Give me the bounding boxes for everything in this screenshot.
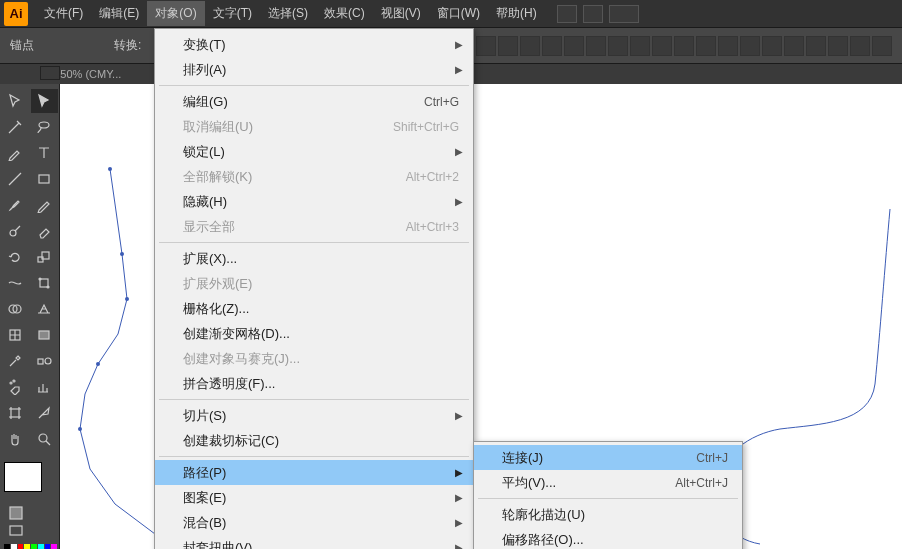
color-swatch[interactable]: [31, 544, 37, 549]
menu-item[interactable]: 选择(S): [260, 1, 316, 26]
selection-tool-icon[interactable]: [1, 89, 29, 113]
menu-item[interactable]: 栅格化(Z)...: [155, 296, 473, 321]
symbol-sprayer-tool-icon[interactable]: [1, 375, 29, 399]
mesh-tool-icon[interactable]: [1, 323, 29, 347]
cb-icon[interactable]: [806, 36, 826, 56]
hand-tool-icon[interactable]: [1, 427, 29, 451]
cb-icon[interactable]: [828, 36, 848, 56]
menu-item[interactable]: 窗口(W): [429, 1, 488, 26]
color-swatch[interactable]: [24, 544, 30, 549]
cb-icon[interactable]: [718, 36, 738, 56]
eraser-tool-icon[interactable]: [31, 219, 59, 243]
fill-swatch-icon[interactable]: [4, 462, 42, 492]
column-graph-tool-icon[interactable]: [31, 375, 59, 399]
menu-item[interactable]: 编组(G)Ctrl+G: [155, 89, 473, 114]
menu-item[interactable]: 切片(S)▶: [155, 403, 473, 428]
cb-icon[interactable]: [608, 36, 628, 56]
menu-item[interactable]: 混合(B)▶: [155, 510, 473, 535]
shape-builder-tool-icon[interactable]: [1, 297, 29, 321]
menu-item[interactable]: 路径(P)▶: [155, 460, 473, 485]
type-tool-icon[interactable]: [31, 141, 59, 165]
color-swatch[interactable]: [18, 544, 24, 549]
cb-icon[interactable]: [850, 36, 870, 56]
direct-selection-tool-icon[interactable]: [31, 89, 59, 113]
cb-icon[interactable]: [586, 36, 606, 56]
menu-item[interactable]: 锁定(L)▶: [155, 139, 473, 164]
menu-item[interactable]: 效果(C): [316, 1, 373, 26]
color-mode-icon[interactable]: [3, 505, 29, 521]
panel-collapse-handle[interactable]: [40, 66, 60, 80]
menu-item[interactable]: 图案(E)▶: [155, 485, 473, 510]
eyedropper-tool-icon[interactable]: [1, 349, 29, 373]
cb-icon[interactable]: [740, 36, 760, 56]
menu-item[interactable]: 创建裁切标记(C): [155, 428, 473, 453]
blend-tool-icon[interactable]: [31, 349, 59, 373]
rotate-tool-icon[interactable]: [1, 245, 29, 269]
width-tool-icon[interactable]: [1, 271, 29, 295]
cb-icon[interactable]: [564, 36, 584, 56]
perspective-grid-tool-icon[interactable]: [31, 297, 59, 321]
menu-item[interactable]: 编辑(E): [91, 1, 147, 26]
menu-item[interactable]: 对象(O): [147, 1, 204, 26]
cb-icon[interactable]: [674, 36, 694, 56]
cb-icon[interactable]: [476, 36, 496, 56]
menu-item[interactable]: 变换(T)▶: [155, 32, 473, 57]
cb-icon[interactable]: [520, 36, 540, 56]
blob-brush-tool-icon[interactable]: [1, 219, 29, 243]
cb-icon[interactable]: [762, 36, 782, 56]
menu-item[interactable]: 平均(V)...Alt+Ctrl+J: [474, 470, 742, 495]
menu-item[interactable]: 帮助(H): [488, 1, 545, 26]
cb-icon[interactable]: [696, 36, 716, 56]
menubar-icon-2[interactable]: [583, 5, 603, 23]
menu-item[interactable]: 隐藏(H)▶: [155, 189, 473, 214]
menubar-layout-icon[interactable]: [609, 5, 639, 23]
color-swatch[interactable]: [45, 544, 51, 549]
paintbrush-tool-icon[interactable]: [1, 193, 29, 217]
screen-mode-icon[interactable]: [3, 523, 29, 539]
magic-wand-tool-icon[interactable]: [1, 115, 29, 139]
menu-item[interactable]: 视图(V): [373, 1, 429, 26]
menu-item[interactable]: 文件(F): [36, 1, 91, 26]
color-swatch[interactable]: [51, 544, 57, 549]
menubar-icon-1[interactable]: [557, 5, 577, 23]
line-tool-icon[interactable]: [1, 167, 29, 191]
fill-stroke-swatches[interactable]: [0, 458, 59, 549]
rectangle-tool-icon[interactable]: [31, 167, 59, 191]
menu-item[interactable]: 排列(A)▶: [155, 57, 473, 82]
free-transform-tool-icon[interactable]: [31, 271, 59, 295]
menu-item[interactable]: 偏移路径(O)...: [474, 527, 742, 549]
slice-tool-icon[interactable]: [31, 401, 59, 425]
menu-item: 创建对象马赛克(J)...: [155, 346, 473, 371]
pencil-tool-icon[interactable]: [31, 193, 59, 217]
change-screen-icon[interactable]: [31, 523, 57, 539]
color-swatch[interactable]: [11, 544, 17, 549]
svg-rect-12: [38, 359, 43, 364]
pen-tool-icon[interactable]: [1, 141, 29, 165]
menu-item-label: 显示全部: [183, 218, 406, 236]
cb-icon[interactable]: [872, 36, 892, 56]
gradient-mode-icon[interactable]: [31, 505, 57, 521]
menu-item-label: 创建对象马赛克(J)...: [183, 350, 459, 368]
menu-item[interactable]: 扩展(X)...: [155, 246, 473, 271]
scale-tool-icon[interactable]: [31, 245, 59, 269]
anchor-label: 锚点: [10, 37, 34, 54]
lasso-tool-icon[interactable]: [31, 115, 59, 139]
cb-icon[interactable]: [498, 36, 518, 56]
gradient-tool-icon[interactable]: [31, 323, 59, 347]
artboard-tool-icon[interactable]: [1, 401, 29, 425]
menu-item[interactable]: 封套扭曲(V)▶: [155, 535, 473, 549]
menu-item[interactable]: 轮廓化描边(U): [474, 502, 742, 527]
menu-item[interactable]: 创建渐变网格(D)...: [155, 321, 473, 346]
menu-item[interactable]: 连接(J)Ctrl+J: [474, 445, 742, 470]
svg-rect-16: [11, 409, 19, 417]
color-swatch[interactable]: [38, 544, 44, 549]
color-swatch[interactable]: [4, 544, 10, 549]
cb-icon[interactable]: [784, 36, 804, 56]
menu-item[interactable]: 拼合透明度(F)...: [155, 371, 473, 396]
cb-icon[interactable]: [652, 36, 672, 56]
zoom-tool-icon[interactable]: [31, 427, 59, 451]
cb-icon[interactable]: [630, 36, 650, 56]
menu-item-label: 扩展(X)...: [183, 250, 459, 268]
cb-icon[interactable]: [542, 36, 562, 56]
menu-item[interactable]: 文字(T): [205, 1, 260, 26]
